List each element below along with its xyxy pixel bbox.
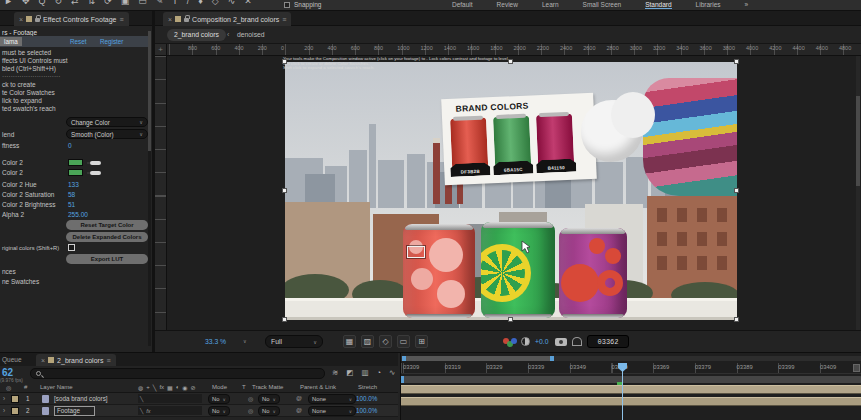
track-matte-dropdown[interactable]: No∨ xyxy=(258,394,280,404)
eyedropper-icon[interactable] xyxy=(90,171,101,175)
orbit-camera-icon[interactable]: ↻ xyxy=(54,0,62,6)
layer-switches[interactable]: ╲fx xyxy=(138,406,202,415)
timeline-zoom-scrollbar[interactable] xyxy=(401,356,861,361)
fx-icon[interactable]: fx xyxy=(159,384,164,391)
layer-bar-2[interactable] xyxy=(401,397,861,406)
track-matte-dropdown[interactable]: No∨ xyxy=(258,406,280,416)
resolution-dropdown[interactable]: Full ∨ xyxy=(265,335,323,348)
effect-controls-scrollbar[interactable] xyxy=(148,31,151,346)
snapshot-icon[interactable] xyxy=(555,338,567,346)
channel-icon[interactable] xyxy=(503,338,517,348)
close-icon[interactable]: × xyxy=(19,16,23,23)
timeline-ruler[interactable]: 0330903319033290333903349033590336903379… xyxy=(401,363,861,374)
layer-row-1[interactable]: › 1 [soda brand colors] ╲ No∨ ◎ No∨ @ No… xyxy=(0,393,398,405)
selection-tool-icon[interactable]: ► xyxy=(4,0,13,6)
draft-3d-icon[interactable]: ◩ xyxy=(346,368,353,377)
tab-timeline-comp[interactable]: × 2_brand colors ≡ xyxy=(36,354,116,366)
current-time-display[interactable]: 62 xyxy=(2,367,13,378)
rect-tool-icon[interactable]: ▭ xyxy=(138,0,147,6)
effect-name[interactable]: lama xyxy=(0,37,22,46)
workspace-review[interactable]: Review xyxy=(497,1,518,9)
selection-handle[interactable] xyxy=(734,188,739,193)
layer-label-color[interactable] xyxy=(11,407,19,415)
col-t[interactable]: T xyxy=(242,384,246,390)
pan-camera-icon[interactable]: ⇄ xyxy=(71,0,79,6)
grid-guides-icon[interactable]: ▦ xyxy=(343,335,356,348)
layer-switches[interactable]: ╲ xyxy=(138,394,202,403)
shy-icon[interactable]: ◍ xyxy=(138,384,143,391)
pixel-aspect-icon[interactable]: ⊞ xyxy=(415,335,428,348)
breadcrumb-parent[interactable]: denoised xyxy=(237,31,265,38)
show-snapshot-icon[interactable] xyxy=(572,337,582,346)
workspace-libraries[interactable]: Libraries xyxy=(696,1,721,9)
rotation-tool-icon[interactable]: ⟳ xyxy=(104,0,112,6)
breadcrumb-current[interactable]: 2_brand colors xyxy=(167,29,226,41)
zoom-tool-icon[interactable]: Q xyxy=(38,0,45,6)
color-swatch-selection[interactable] xyxy=(407,246,425,258)
reset-link[interactable]: Reset xyxy=(70,38,86,45)
saturation-value[interactable]: 58 xyxy=(68,191,75,198)
pen-tool-icon[interactable]: ✎ xyxy=(156,0,164,6)
mode-dropdown[interactable]: No∨ xyxy=(208,406,230,416)
mask-visibility-icon[interactable]: ◇ xyxy=(379,335,392,348)
original-colors-checkbox[interactable] xyxy=(68,244,75,251)
col-stretch[interactable]: Stretch xyxy=(358,384,377,390)
tab-effect-controls[interactable]: × Effect Controls Footage ≡ xyxy=(14,12,129,26)
collapse-icon[interactable]: + xyxy=(146,384,150,391)
selection-handle[interactable] xyxy=(508,317,513,322)
frame-blend-icon[interactable]: ▥ xyxy=(361,368,368,377)
horizontal-ruler[interactable]: 8006004002000200400600800100012001400160… xyxy=(167,44,861,56)
blend-dropdown[interactable]: Smooth (Color)∨ xyxy=(66,129,148,139)
workspace-learn[interactable]: Learn xyxy=(542,1,559,9)
selection-handle[interactable] xyxy=(734,317,739,322)
layer-name[interactable]: Footage xyxy=(54,406,95,416)
ruler-corner[interactable]: + xyxy=(155,44,167,56)
color2a-swatch[interactable] xyxy=(68,159,83,166)
magnification-arrow-icon[interactable]: ∨ xyxy=(243,338,247,344)
current-frame-field[interactable]: 03362 xyxy=(587,335,629,348)
change-color-dropdown[interactable]: Change Color∨ xyxy=(66,117,148,127)
panel-menu-icon[interactable]: ≡ xyxy=(120,16,124,23)
mode-dropdown[interactable]: No∨ xyxy=(208,394,230,404)
panel-menu-icon[interactable]: ≡ xyxy=(282,16,286,23)
comp-marker-button[interactable] xyxy=(853,364,860,372)
dolly-camera-icon[interactable]: ⇅ xyxy=(88,0,96,6)
selection-handle[interactable] xyxy=(282,317,287,322)
parent-dropdown[interactable]: None∨ xyxy=(308,406,356,416)
selection-handle[interactable] xyxy=(508,59,513,64)
eyedropper-icon[interactable] xyxy=(90,161,101,165)
magnification-value[interactable]: 33.3 % xyxy=(205,338,226,345)
lock-icon[interactable] xyxy=(35,18,40,22)
selected-effect-row[interactable]: lama Reset Register xyxy=(0,36,148,47)
stretch-value[interactable]: 100.0% xyxy=(356,395,377,402)
selection-handle[interactable] xyxy=(734,59,739,64)
col-layer-name[interactable]: Layer Name xyxy=(40,384,73,390)
region-of-interest-icon[interactable]: ▭ xyxy=(397,335,410,348)
rotobrush-tool-icon[interactable]: ∿ xyxy=(228,0,236,6)
reset-target-color-button[interactable]: Reset Target Color xyxy=(66,220,148,230)
col-track-matte[interactable]: Track Matte xyxy=(252,384,283,390)
matte-pick-icon[interactable]: ◎ xyxy=(248,407,253,414)
camera-tool-icon[interactable]: ▣ xyxy=(121,0,130,6)
workspace-standard[interactable]: Standard xyxy=(645,1,671,9)
close-icon[interactable]: × xyxy=(41,357,45,364)
col-mode[interactable]: Mode xyxy=(212,384,227,390)
register-link[interactable]: Register xyxy=(100,38,123,45)
type-tool-icon[interactable]: T xyxy=(172,0,178,6)
export-lut-button[interactable]: Export LUT xyxy=(66,254,148,264)
stretch-value[interactable]: 100.0% xyxy=(356,407,377,414)
snapping-toggle[interactable]: Snapping xyxy=(284,1,321,8)
hue-value[interactable]: 133 xyxy=(68,181,79,188)
composition-flowchart-icon[interactable]: ≋ xyxy=(332,368,338,377)
motion-blur-icon[interactable]: ◔ xyxy=(376,368,381,377)
stamp-tool-icon[interactable]: ♦ xyxy=(198,0,203,6)
twirl-icon[interactable]: › xyxy=(3,395,5,402)
quality-icon[interactable]: ╲ xyxy=(153,384,157,391)
transparency-grid-icon[interactable]: ▨ xyxy=(361,335,374,348)
layer-bar-1[interactable] xyxy=(401,385,861,394)
panel-menu-icon[interactable]: ≡ xyxy=(106,357,110,364)
selection-handle[interactable] xyxy=(282,59,287,64)
brightness-value[interactable]: 51 xyxy=(68,201,75,208)
layer-name[interactable]: [soda brand colors] xyxy=(54,395,108,402)
snapping-checkbox[interactable] xyxy=(284,2,290,8)
